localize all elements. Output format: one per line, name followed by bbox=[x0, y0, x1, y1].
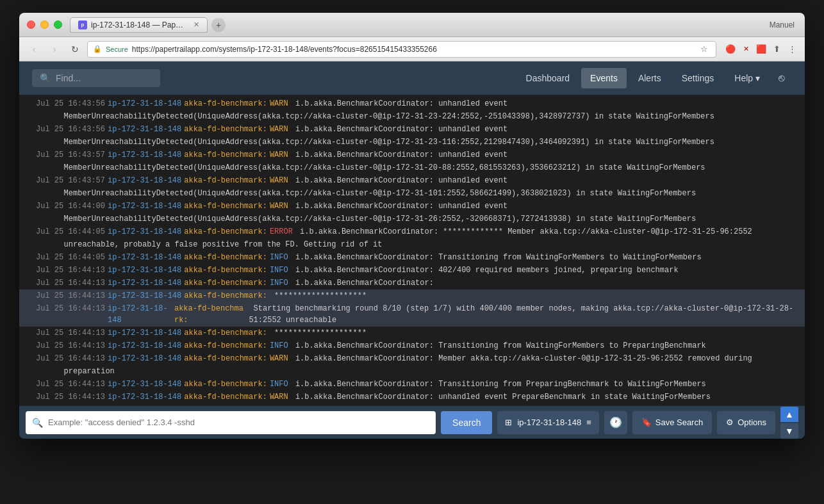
address-bar[interactable]: 🔒 Secure https://papertrailapp.com/syste… bbox=[87, 41, 716, 58]
log-program[interactable]: akka-fd-benchmark: bbox=[184, 340, 267, 352]
log-timestamp: Jul 25 16:43:57 bbox=[36, 175, 105, 186]
log-line[interactable]: Jul 25 16:44:13 ip-172-31-18-148 akka-fd… bbox=[19, 327, 805, 339]
log-program[interactable]: akka-fd-benchmark: bbox=[184, 98, 267, 110]
log-host[interactable]: ip-172-31-18-148 bbox=[108, 340, 181, 352]
ext4-icon[interactable]: ⬆ bbox=[770, 43, 783, 56]
bookmark-icon: 🔖 bbox=[641, 418, 652, 427]
log-host[interactable]: ip-172-31-18-148 bbox=[108, 124, 181, 135]
log-host[interactable]: ip-172-31-18-148 bbox=[108, 252, 181, 263]
log-area[interactable]: Jul 25 16:43:56 ip-172-31-18-148 akka-fd… bbox=[19, 95, 805, 405]
new-tab-button[interactable]: + bbox=[211, 18, 226, 32]
log-line[interactable]: Jul 25 16:44:13 ip-172-31-18-148 akka-fd… bbox=[19, 289, 805, 302]
log-host[interactable]: ip-172-31-18-148 bbox=[108, 277, 181, 289]
options-button[interactable]: ⚙ Options bbox=[717, 411, 775, 434]
log-line[interactable]: Jul 25 16:44:13 ip-172-31-18-148 akka-fd… bbox=[19, 264, 805, 277]
log-host[interactable]: ip-172-31-18-148 bbox=[108, 149, 181, 161]
log-host[interactable]: ip-172-31-18-148 bbox=[108, 378, 181, 390]
ext2-icon[interactable]: ✕ bbox=[739, 43, 752, 56]
tab-bar: p ip-172-31-18-148 — Papertr ✕ + bbox=[70, 17, 797, 33]
log-timestamp: Jul 25 16:44:05 bbox=[36, 226, 105, 238]
log-host[interactable]: ip-172-31-18-148 bbox=[108, 404, 181, 405]
grid-icon: ⊞ bbox=[505, 418, 512, 427]
log-line[interactable]: Jul 25 16:44:13 ip-172-31-18-148 akka-fd… bbox=[19, 352, 805, 365]
minimize-button[interactable] bbox=[40, 20, 49, 29]
log-line[interactable]: Jul 25 16:44:00 ip-172-31-18-148 akka-fd… bbox=[19, 200, 805, 213]
log-host[interactable]: ip-172-31-18-148 bbox=[108, 98, 181, 110]
nav-alerts[interactable]: Alerts bbox=[629, 68, 670, 88]
log-host[interactable]: ip-172-31-18-148 bbox=[108, 264, 181, 276]
ext1-icon[interactable]: 🔴 bbox=[724, 43, 737, 56]
scroll-up-button[interactable]: ▲ bbox=[780, 407, 798, 422]
log-line[interactable]: Jul 25 16:44:13 ip-172-31-18-148 akka-fd… bbox=[19, 339, 805, 352]
log-host[interactable]: ip-172-31-18-148 bbox=[108, 303, 172, 326]
log-line[interactable]: Jul 25 16:44:05 ip-172-31-18-148 akka-fd… bbox=[19, 225, 805, 238]
log-program[interactable]: akka-fd-benchmark: bbox=[184, 200, 267, 212]
log-program[interactable]: akka-fd-benchmark: bbox=[184, 277, 267, 289]
nav-dashboard[interactable]: Dashboard bbox=[517, 68, 579, 88]
tab-close-button[interactable]: ✕ bbox=[194, 20, 199, 29]
log-line[interactable]: Jul 25 16:44:13 ip-172-31-18-148 akka-fd… bbox=[19, 302, 805, 327]
app-search-box[interactable]: 🔍 Find... bbox=[32, 69, 160, 87]
search-input[interactable] bbox=[48, 418, 429, 427]
log-message: ******************** bbox=[270, 327, 367, 339]
log-line[interactable]: Jul 25 16:44:13 ip-172-31-18-148 akka-fd… bbox=[19, 277, 805, 289]
log-program[interactable]: akka-fd-benchmark: bbox=[184, 290, 267, 302]
scroll-down-button[interactable]: ▼ bbox=[780, 423, 798, 439]
nav-help[interactable]: Help ▾ bbox=[725, 68, 769, 88]
log-line[interactable]: Jul 25 16:44:13 ip-172-31-18-148 akka-fd… bbox=[19, 378, 805, 391]
log-line[interactable]: Jul 25 16:43:56 ip-172-31-18-148 akka-fd… bbox=[19, 97, 805, 110]
time-button[interactable]: 🕐 bbox=[604, 411, 627, 434]
log-program[interactable]: akka-fd-benchmark: bbox=[184, 327, 267, 339]
log-timestamp: Jul 25 16:43:56 bbox=[36, 98, 105, 110]
log-program[interactable]: akka-fd-benchmark: bbox=[184, 149, 267, 161]
active-tab[interactable]: p ip-172-31-18-148 — Papertr ✕ bbox=[70, 17, 208, 33]
log-program[interactable]: akka-fd-benchmark: bbox=[184, 175, 267, 186]
search-placeholder-text: Find... bbox=[56, 73, 81, 83]
log-timestamp: Jul 25 16:44:13 bbox=[36, 290, 105, 302]
log-message: i.b.akka.BenchmarkCoordinator: 402/400 r… bbox=[291, 264, 679, 276]
log-program[interactable]: akka-fd-benchmark: bbox=[184, 252, 267, 263]
more-icon[interactable]: ⋮ bbox=[786, 43, 798, 56]
forward-button[interactable]: › bbox=[46, 41, 63, 58]
log-program[interactable]: akka-fd-benchmark: bbox=[184, 264, 267, 276]
nav-settings[interactable]: Settings bbox=[673, 68, 723, 88]
maximize-button[interactable] bbox=[54, 20, 62, 29]
ext3-icon[interactable]: 🟥 bbox=[755, 43, 768, 56]
log-line[interactable]: Jul 25 16:43:57 ip-172-31-18-148 akka-fd… bbox=[19, 174, 805, 187]
log-message: i.b.akka.BenchmarkCoordinator: Transitio… bbox=[291, 340, 706, 352]
back-button[interactable]: ‹ bbox=[26, 41, 42, 58]
close-button[interactable] bbox=[27, 20, 35, 29]
log-line[interactable]: Jul 25 16:44:05 ip-172-31-18-148 akka-fd… bbox=[19, 251, 805, 264]
log-program[interactable]: akka-fd-benchmark: bbox=[184, 124, 267, 135]
log-line[interactable]: Jul 25 16:43:57 ip-172-31-18-148 akka-fd… bbox=[19, 149, 805, 161]
log-program[interactable]: akka-fd-benchmark: bbox=[184, 378, 267, 390]
system-selector[interactable]: ⊞ ip-172-31-18-148 ≡ bbox=[497, 411, 598, 434]
log-continuation: MemberUnreachabilityDetected(UniqueAddre… bbox=[19, 110, 805, 123]
log-program[interactable]: akka-fd-benchmark: bbox=[184, 404, 267, 405]
search-bar: 🔍 Search ⊞ ip-172-31-18-148 ≡ 🕐 🔖 Save S… bbox=[19, 405, 805, 439]
log-line[interactable]: Jul 25 16:43:56 ip-172-31-18-148 akka-fd… bbox=[19, 123, 805, 136]
star-icon[interactable]: ☆ bbox=[698, 43, 711, 56]
log-host[interactable]: ip-172-31-18-148 bbox=[108, 391, 181, 403]
log-program[interactable]: akka-fd-benchmark: bbox=[184, 353, 267, 364]
log-host[interactable]: ip-172-31-18-148 bbox=[108, 290, 181, 302]
log-program[interactable]: akka-fd-benchmark: bbox=[174, 303, 246, 326]
log-program[interactable]: akka-fd-benchmark: bbox=[184, 391, 267, 403]
log-host[interactable]: ip-172-31-18-148 bbox=[108, 353, 181, 364]
logout-button[interactable]: ⎋ bbox=[771, 68, 792, 88]
log-host[interactable]: ip-172-31-18-148 bbox=[108, 226, 181, 238]
search-button[interactable]: Search bbox=[441, 411, 492, 434]
save-search-button[interactable]: 🔖 Save Search bbox=[632, 411, 712, 434]
reload-button[interactable]: ↻ bbox=[67, 41, 83, 58]
url-text: https://papertrailapp.com/systems/ip-172… bbox=[132, 45, 694, 54]
log-level: INFO bbox=[270, 264, 288, 276]
log-line[interactable]: Jul 25 16:44:13 ip-172-31-18-148 akka-fd… bbox=[19, 391, 805, 403]
log-host[interactable]: ip-172-31-18-148 bbox=[108, 200, 181, 212]
log-host[interactable]: ip-172-31-18-148 bbox=[108, 327, 181, 339]
nav-events[interactable]: Events bbox=[581, 68, 627, 88]
log-expand-icon bbox=[27, 264, 33, 274]
log-program[interactable]: akka-fd-benchmark: bbox=[184, 226, 267, 238]
log-expand-icon bbox=[27, 391, 33, 401]
log-level: INFO bbox=[270, 277, 288, 289]
log-host[interactable]: ip-172-31-18-148 bbox=[108, 175, 181, 186]
